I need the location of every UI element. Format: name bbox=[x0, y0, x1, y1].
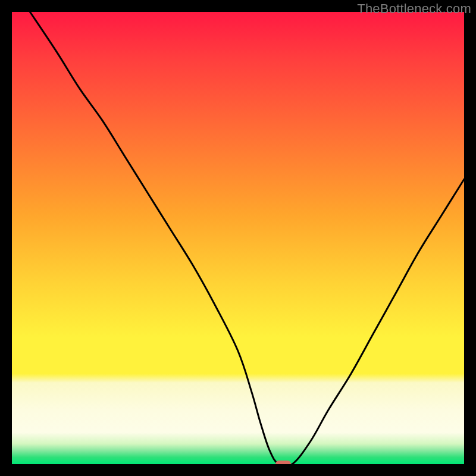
chart-frame: TheBottleneck.com bbox=[0, 0, 476, 476]
optimum-marker bbox=[275, 461, 292, 464]
watermark-text: TheBottleneck.com bbox=[357, 1, 471, 17]
bottleneck-curve bbox=[30, 12, 464, 464]
plot-area bbox=[12, 12, 464, 464]
curve-layer bbox=[12, 12, 464, 464]
